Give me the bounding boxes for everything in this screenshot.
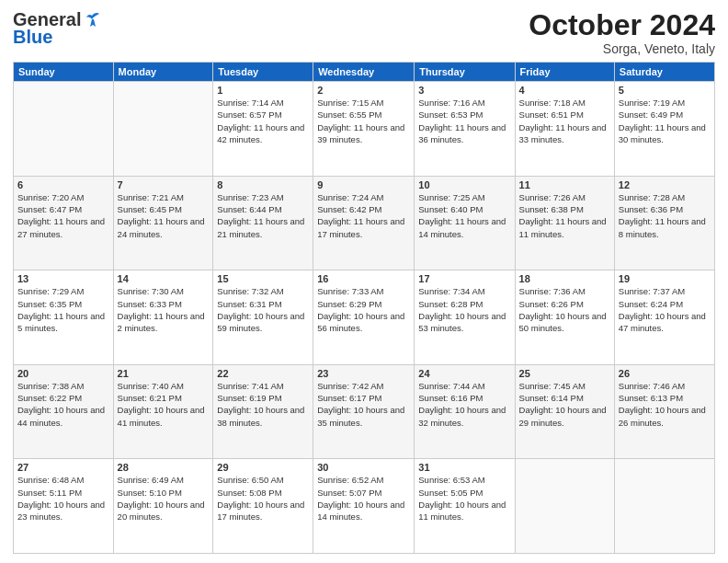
day-info: Sunrise: 7:18 AM Sunset: 6:51 PM Dayligh… [519,97,610,145]
calendar-cell: 9Sunrise: 7:24 AM Sunset: 6:42 PM Daylig… [313,176,415,270]
day-number: 22 [217,368,309,379]
day-number: 20 [17,368,109,379]
day-info: Sunrise: 7:37 AM Sunset: 6:24 PM Dayligh… [619,285,711,334]
day-info: Sunrise: 6:50 AM Sunset: 5:08 PM Dayligh… [217,474,309,523]
day-number: 30 [317,462,410,473]
day-number: 5 [619,85,711,96]
calendar-cell: 23Sunrise: 7:42 AM Sunset: 6:17 PM Dayli… [313,364,415,459]
calendar-cell: 16Sunrise: 7:33 AM Sunset: 6:29 PM Dayli… [313,270,415,365]
day-info: Sunrise: 7:24 AM Sunset: 6:42 PM Dayligh… [317,191,410,240]
day-info: Sunrise: 6:53 AM Sunset: 5:05 PM Dayligh… [418,474,510,523]
location: Sorga, Veneto, Italy [529,41,715,56]
day-info: Sunrise: 7:29 AM Sunset: 6:35 PM Dayligh… [17,285,109,334]
col-header-wednesday: Wednesday [313,63,415,82]
day-info: Sunrise: 7:20 AM Sunset: 6:47 PM Dayligh… [17,191,109,240]
day-info: Sunrise: 6:48 AM Sunset: 5:11 PM Dayligh… [17,474,109,523]
calendar-cell: 14Sunrise: 7:30 AM Sunset: 6:33 PM Dayli… [113,270,213,365]
calendar-cell: 19Sunrise: 7:37 AM Sunset: 6:24 PM Dayli… [614,270,714,365]
header: General Blue October 2024 Sorga, Veneto,… [13,9,715,56]
day-info: Sunrise: 7:41 AM Sunset: 6:19 PM Dayligh… [217,380,309,429]
month-title: October 2024 [529,9,715,41]
day-info: Sunrise: 7:46 AM Sunset: 6:13 PM Dayligh… [619,380,711,429]
calendar-cell: 3Sunrise: 7:16 AM Sunset: 6:53 PM Daylig… [415,82,515,177]
calendar-cell: 13Sunrise: 7:29 AM Sunset: 6:35 PM Dayli… [14,270,114,365]
calendar-table: SundayMondayTuesdayWednesdayThursdayFrid… [13,62,715,554]
day-number: 26 [619,368,711,379]
day-info: Sunrise: 7:32 AM Sunset: 6:31 PM Dayligh… [217,285,309,334]
col-header-thursday: Thursday [415,63,515,82]
day-number: 8 [217,179,309,190]
calendar-cell: 7Sunrise: 7:21 AM Sunset: 6:45 PM Daylig… [113,176,213,270]
col-header-friday: Friday [515,63,614,82]
day-number: 9 [317,179,410,190]
calendar-cell [515,459,614,554]
calendar-cell: 31Sunrise: 6:53 AM Sunset: 5:05 PM Dayli… [415,459,515,554]
calendar-cell: 4Sunrise: 7:18 AM Sunset: 6:51 PM Daylig… [515,82,614,177]
day-number: 2 [317,85,410,96]
day-number: 3 [418,85,510,96]
day-number: 27 [17,462,109,473]
day-number: 18 [519,273,610,284]
calendar-cell: 1Sunrise: 7:14 AM Sunset: 6:57 PM Daylig… [213,82,313,177]
day-number: 4 [519,85,610,96]
day-number: 16 [317,273,410,284]
day-number: 10 [418,179,510,190]
calendar-cell: 8Sunrise: 7:23 AM Sunset: 6:44 PM Daylig… [213,176,313,270]
calendar-cell: 22Sunrise: 7:41 AM Sunset: 6:19 PM Dayli… [213,364,313,459]
day-number: 14 [118,273,210,284]
col-header-monday: Monday [113,63,213,82]
calendar-cell [113,82,213,177]
day-number: 6 [17,179,109,190]
day-number: 21 [118,368,210,379]
day-number: 17 [418,273,510,284]
day-info: Sunrise: 7:42 AM Sunset: 6:17 PM Dayligh… [317,380,410,429]
day-info: Sunrise: 7:16 AM Sunset: 6:53 PM Dayligh… [418,97,510,145]
day-info: Sunrise: 7:15 AM Sunset: 6:55 PM Dayligh… [317,97,410,145]
day-number: 28 [118,462,210,473]
calendar-cell [14,82,114,177]
day-number: 29 [217,462,309,473]
day-number: 15 [217,273,309,284]
calendar-cell: 11Sunrise: 7:26 AM Sunset: 6:38 PM Dayli… [515,176,614,270]
day-info: Sunrise: 7:19 AM Sunset: 6:49 PM Dayligh… [619,97,711,145]
day-number: 19 [619,273,711,284]
day-info: Sunrise: 7:14 AM Sunset: 6:57 PM Dayligh… [217,97,309,145]
calendar-cell: 21Sunrise: 7:40 AM Sunset: 6:21 PM Dayli… [113,364,213,459]
day-number: 12 [619,179,711,190]
calendar-cell: 28Sunrise: 6:49 AM Sunset: 5:10 PM Dayli… [113,459,213,554]
day-number: 1 [217,85,309,96]
logo-bird-icon [83,10,103,30]
day-info: Sunrise: 7:21 AM Sunset: 6:45 PM Dayligh… [118,191,210,240]
calendar-cell: 30Sunrise: 6:52 AM Sunset: 5:07 PM Dayli… [313,459,415,554]
day-info: Sunrise: 6:52 AM Sunset: 5:07 PM Dayligh… [317,474,410,523]
day-number: 31 [418,462,510,473]
day-info: Sunrise: 7:44 AM Sunset: 6:16 PM Dayligh… [418,380,510,429]
day-info: Sunrise: 7:26 AM Sunset: 6:38 PM Dayligh… [519,191,610,240]
col-header-saturday: Saturday [614,63,714,82]
day-info: Sunrise: 7:25 AM Sunset: 6:40 PM Dayligh… [418,191,510,240]
day-info: Sunrise: 7:23 AM Sunset: 6:44 PM Dayligh… [217,191,309,240]
calendar-cell: 2Sunrise: 7:15 AM Sunset: 6:55 PM Daylig… [313,82,415,177]
calendar-cell: 18Sunrise: 7:36 AM Sunset: 6:26 PM Dayli… [515,270,614,365]
day-number: 13 [17,273,109,284]
calendar-cell: 5Sunrise: 7:19 AM Sunset: 6:49 PM Daylig… [614,82,714,177]
calendar-cell: 12Sunrise: 7:28 AM Sunset: 6:36 PM Dayli… [614,176,714,270]
day-info: Sunrise: 7:28 AM Sunset: 6:36 PM Dayligh… [619,191,711,240]
day-info: Sunrise: 7:45 AM Sunset: 6:14 PM Dayligh… [519,380,610,429]
page: General Blue October 2024 Sorga, Veneto,… [0,0,728,563]
calendar-cell: 25Sunrise: 7:45 AM Sunset: 6:14 PM Dayli… [515,364,614,459]
calendar-cell: 17Sunrise: 7:34 AM Sunset: 6:28 PM Dayli… [415,270,515,365]
calendar-cell: 20Sunrise: 7:38 AM Sunset: 6:22 PM Dayli… [14,364,114,459]
day-number: 24 [418,368,510,379]
logo: General Blue [13,9,103,48]
calendar-header-row: SundayMondayTuesdayWednesdayThursdayFrid… [14,63,715,82]
calendar-cell: 26Sunrise: 7:46 AM Sunset: 6:13 PM Dayli… [614,364,714,459]
logo-blue-text: Blue [13,27,52,48]
day-info: Sunrise: 7:38 AM Sunset: 6:22 PM Dayligh… [17,380,109,429]
calendar-cell: 24Sunrise: 7:44 AM Sunset: 6:16 PM Dayli… [415,364,515,459]
calendar-cell [614,459,714,554]
title-block: October 2024 Sorga, Veneto, Italy [529,9,715,56]
day-info: Sunrise: 7:34 AM Sunset: 6:28 PM Dayligh… [418,285,510,334]
calendar-cell: 6Sunrise: 7:20 AM Sunset: 6:47 PM Daylig… [14,176,114,270]
calendar-cell: 15Sunrise: 7:32 AM Sunset: 6:31 PM Dayli… [213,270,313,365]
